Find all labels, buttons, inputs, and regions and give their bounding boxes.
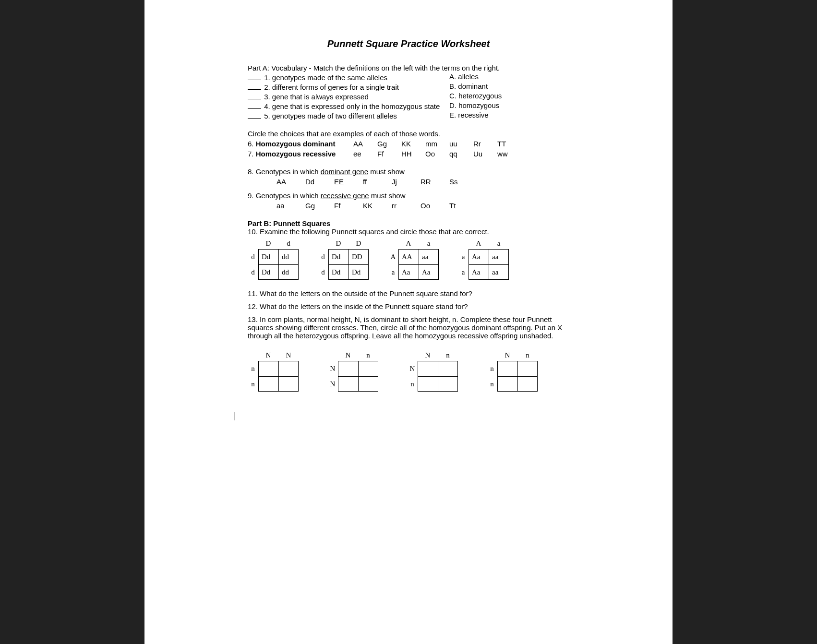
- circle-intro: Circle the choices that are examples of …: [248, 130, 569, 138]
- punnett-square: D D d Dd DD d Dd Dd: [318, 239, 369, 280]
- part-b-heading: Part B: Punnett Squares: [248, 219, 569, 227]
- blank-line[interactable]: [248, 82, 261, 90]
- question-9: 9. Genotypes in which recessive gene mus…: [248, 191, 569, 200]
- empty-cell[interactable]: [438, 376, 458, 392]
- question-8-options: AA Dd EE ff Jj RR Ss: [248, 178, 569, 186]
- empty-cell[interactable]: [517, 361, 538, 376]
- empty-cell[interactable]: [338, 376, 358, 392]
- question-10: 10. Examine the following Punnett square…: [248, 227, 569, 236]
- blank-line[interactable]: [248, 111, 261, 119]
- match-row: 5. genotypes made of two different allel…: [248, 111, 569, 120]
- punnett-squares-q13: N N n n N n N N N: [248, 351, 569, 392]
- question-12: 12. What do the letters on the inside of…: [248, 302, 569, 310]
- empty-cell[interactable]: [418, 361, 438, 376]
- document-page: Punnett Square Practice Worksheet Part A…: [144, 0, 673, 644]
- empty-cell[interactable]: [278, 376, 299, 392]
- blank-line[interactable]: [248, 72, 261, 80]
- question-11: 11. What do the letters on the outside o…: [248, 289, 569, 298]
- match-row: 3. gene that is always expressed C. hete…: [248, 92, 569, 101]
- question-13: 13. In corn plants, normal height, N, is…: [248, 315, 569, 340]
- content-area: Punnett Square Practice Worksheet Part A…: [248, 38, 569, 421]
- match-row: 4. gene that is expressed only in the ho…: [248, 101, 569, 110]
- punnett-square: A a a Aa aa a Aa aa: [458, 239, 509, 280]
- question-6: 6. Homozygous dominant AA Gg KK mm uu Rr…: [248, 140, 569, 148]
- question-8: 8. Genotypes in which dominant gene must…: [248, 167, 569, 176]
- match-row: 2. different forms of genes for a single…: [248, 82, 569, 91]
- empty-cell[interactable]: [358, 361, 378, 376]
- question-9-options: aa Gg Ff KK rr Oo Tt: [248, 202, 569, 210]
- blank-line[interactable]: [248, 101, 261, 109]
- empty-cell[interactable]: [338, 361, 358, 376]
- part-a-heading: Part A: Vocabulary - Match the definitio…: [248, 64, 569, 72]
- empty-cell[interactable]: [438, 361, 458, 376]
- empty-cell[interactable]: [497, 376, 517, 392]
- page-title: Punnett Square Practice Worksheet: [248, 38, 569, 49]
- question-7: 7. Homozygous recessive ee Ff HH Oo qq U…: [248, 150, 569, 158]
- punnett-square: D d d Dd dd d Dd dd: [248, 239, 299, 280]
- blank-line[interactable]: [248, 92, 261, 99]
- punnett-square-empty: N N n n: [248, 351, 299, 392]
- empty-cell[interactable]: [497, 361, 517, 376]
- punnett-square-empty: N n n n: [487, 351, 538, 392]
- punnett-square-empty: N n N N: [327, 351, 378, 392]
- empty-cell[interactable]: [278, 361, 299, 376]
- empty-cell[interactable]: [418, 376, 438, 392]
- empty-cell[interactable]: [258, 361, 278, 376]
- empty-cell[interactable]: [517, 376, 538, 392]
- punnett-squares-q10: D d d Dd dd d Dd dd D D d Dd DD d Dd Dd: [248, 239, 569, 280]
- empty-cell[interactable]: [358, 376, 378, 392]
- empty-cell[interactable]: [258, 376, 278, 392]
- match-row: 1. genotypes made of the same alleles A.…: [248, 72, 569, 82]
- punnett-square-empty: N n N n: [407, 351, 458, 392]
- text-cursor[interactable]: |: [233, 411, 569, 421]
- punnett-square: A a A AA aa a Aa Aa: [388, 239, 439, 280]
